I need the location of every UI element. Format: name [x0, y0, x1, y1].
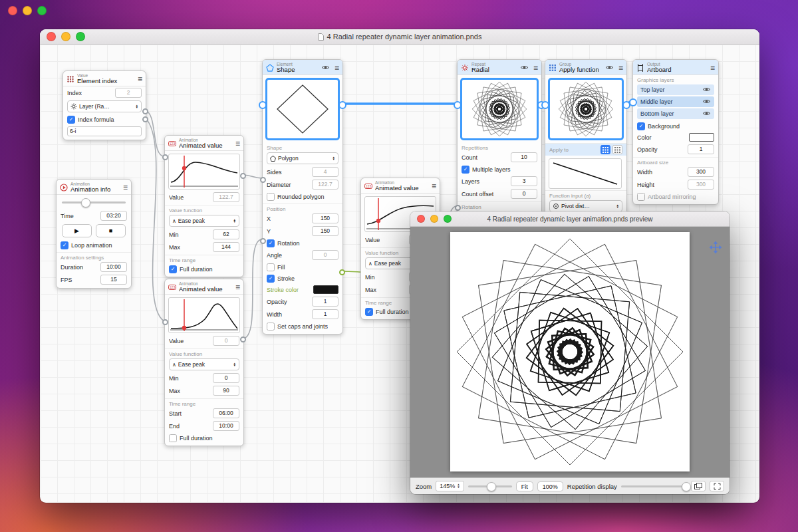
zoom-icon[interactable]	[37, 6, 47, 15]
node-menu-icon[interactable]: ≡	[533, 65, 538, 70]
node-apply-function[interactable]: GroupApply function ≡ Apply to Function …	[545, 59, 627, 226]
node-element-index[interactable]: ValueElement index ≡ Index2 Layer (Ra… ▲…	[63, 70, 146, 140]
time-field[interactable]: 03:20	[100, 211, 127, 221]
stepper-icon[interactable]: ▲▼	[616, 204, 619, 209]
node-shape[interactable]: ElementShape ≡ Shape Polygon ▲▼ Sides4 D…	[262, 59, 343, 334]
stop-button[interactable]: ■	[96, 224, 126, 237]
stroke-color-port[interactable]	[339, 269, 345, 275]
function-input-select[interactable]: Pivot dist… ▲▼	[549, 200, 622, 212]
repetition-slider-knob[interactable]	[682, 482, 691, 491]
visibility-eye-icon[interactable]	[321, 65, 330, 70]
background-checkbox[interactable]: ✓	[637, 122, 645, 130]
preview-canvas[interactable]	[410, 227, 730, 478]
node-menu-icon[interactable]: ≡	[235, 285, 240, 290]
fps-field[interactable]: 15	[100, 275, 127, 285]
height-field[interactable]: 300	[688, 180, 714, 190]
diameter-input-port[interactable]	[260, 177, 266, 183]
close-icon[interactable]	[8, 6, 17, 15]
main-titlebar[interactable]: 4 Radial repeater dynamic layer animatio…	[40, 29, 759, 45]
time-slider[interactable]	[62, 198, 126, 207]
angle-step-input-port[interactable]	[455, 205, 461, 211]
shape-type-select[interactable]: Polygon ▲▼	[267, 152, 338, 164]
rotation-checkbox[interactable]: ✓	[267, 239, 275, 247]
value-function-select[interactable]: ∧ Ease peak ▲▼	[169, 215, 239, 227]
stroke-color-swatch[interactable]	[313, 285, 338, 294]
eye-icon[interactable]	[702, 86, 711, 94]
layers-display-icon[interactable]	[691, 481, 706, 491]
mirroring-checkbox[interactable]	[637, 193, 645, 201]
full-duration-checkbox[interactable]: ✓	[365, 308, 373, 316]
stepper-icon[interactable]: ▲▼	[136, 104, 138, 109]
close-icon[interactable]	[417, 215, 425, 223]
min-field[interactable]: 0	[213, 373, 239, 383]
visibility-eye-icon[interactable]	[605, 65, 614, 70]
x-field[interactable]: 150	[312, 213, 338, 223]
formula-input[interactable]: 6-i	[67, 126, 142, 136]
minimize-icon[interactable]	[430, 215, 438, 223]
width-field[interactable]: 1	[312, 309, 338, 319]
duration-field[interactable]: 10:00	[100, 262, 127, 272]
play-button[interactable]: ▶	[62, 224, 92, 237]
node-radial[interactable]: RepeatRadial ≡ Repetitions Count10 ✓Mult…	[457, 59, 542, 225]
node-animated-value-2[interactable]: 123 AnimationAnimated value ≡ Value0 Val…	[164, 279, 244, 446]
output-port[interactable]	[142, 108, 148, 114]
node-artboard[interactable]: OutputArtboard ≡ Graphics layers Top lay…	[632, 59, 719, 205]
layer-item-bottom[interactable]: Bottom layer	[637, 108, 714, 119]
full-duration-checkbox[interactable]: ✓	[169, 265, 177, 273]
zoom-field[interactable]: 145%▲▼	[436, 481, 464, 491]
max-field[interactable]: 90	[213, 386, 239, 396]
angle-input-port[interactable]	[260, 238, 266, 244]
minimize-icon[interactable]	[61, 32, 70, 41]
index-formula-checkbox[interactable]: ✓	[67, 116, 75, 124]
opacity-field[interactable]: 1	[688, 144, 714, 154]
layers-field[interactable]: 3	[511, 176, 537, 186]
middle-layer-input-port[interactable]	[629, 98, 637, 106]
fill-checkbox[interactable]	[267, 263, 275, 271]
count-offset-field[interactable]: 0	[511, 189, 537, 199]
fit-button[interactable]: Fit	[516, 481, 533, 491]
max-field[interactable]: 144	[213, 242, 239, 252]
shape-output-port[interactable]	[338, 101, 346, 109]
zoom-icon[interactable]	[444, 215, 452, 223]
node-menu-icon[interactable]: ≡	[235, 141, 240, 146]
layer-select[interactable]: Layer (Ra… ▲▼	[67, 100, 142, 112]
fullscreen-icon[interactable]	[710, 481, 724, 491]
close-icon[interactable]	[47, 32, 56, 41]
output-port[interactable]	[240, 336, 246, 342]
node-menu-icon[interactable]: ≡	[618, 65, 623, 70]
stepper-icon[interactable]: ▲▼	[332, 156, 335, 161]
caps-joints-checkbox[interactable]	[267, 323, 275, 331]
eye-icon[interactable]	[702, 110, 711, 118]
apply-mode-grid-button[interactable]	[600, 145, 610, 154]
output-port[interactable]	[240, 173, 246, 179]
stepper-icon[interactable]: ▲▼	[233, 362, 236, 367]
background-color-swatch[interactable]	[689, 133, 714, 142]
shape-input-port[interactable]	[259, 101, 267, 109]
count-field[interactable]: 10	[511, 152, 537, 162]
radial-input-port[interactable]	[454, 101, 462, 109]
apply-input-port[interactable]	[541, 101, 549, 109]
minimize-icon[interactable]	[23, 6, 32, 15]
zoom-slider-knob[interactable]	[487, 482, 496, 491]
angle-field[interactable]: 0	[312, 250, 338, 260]
visibility-eye-icon[interactable]	[520, 65, 529, 70]
sides-field[interactable]: 4	[312, 167, 338, 177]
eye-icon[interactable]	[702, 98, 711, 106]
opacity-field[interactable]: 1	[312, 297, 338, 307]
node-animated-value-1[interactable]: 123 AnimationAnimated value ≡ Value122.7…	[164, 135, 244, 277]
stroke-checkbox[interactable]: ✓	[267, 275, 275, 283]
rounded-polygon-checkbox[interactable]	[267, 193, 275, 201]
start-field[interactable]: 06:00	[213, 408, 239, 418]
multiple-layers-checkbox[interactable]: ✓	[462, 166, 469, 174]
stepper-icon[interactable]: ▲▼	[457, 483, 460, 488]
node-menu-icon[interactable]: ≡	[432, 184, 436, 189]
node-menu-icon[interactable]: ≡	[710, 65, 715, 70]
index-field[interactable]: 2	[115, 88, 142, 98]
min-field[interactable]: 62	[213, 229, 239, 239]
node-animation-info[interactable]: AnimationAnimation info ≡ Time03:20 ▶ ■ …	[56, 179, 132, 289]
output-port[interactable]	[142, 116, 148, 122]
end-field[interactable]: 10:00	[213, 421, 239, 431]
diameter-field[interactable]: 122.7	[312, 180, 338, 190]
node-menu-icon[interactable]: ≡	[138, 76, 142, 82]
input-port[interactable]	[162, 319, 168, 325]
